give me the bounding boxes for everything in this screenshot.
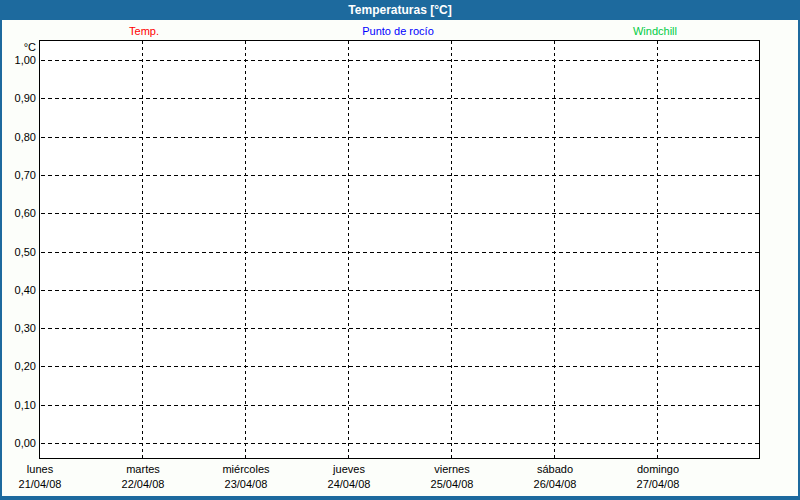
y-tick-label: 0,20	[0, 359, 36, 373]
grid-h-line	[41, 328, 760, 329]
x-date-label: 23/04/08	[191, 478, 301, 490]
y-tick-label: 0,10	[0, 398, 36, 412]
chart-layer: °C 0,000,100,200,300,400,500,600,700,800…	[0, 0, 800, 500]
grid-h-line	[41, 290, 760, 291]
x-day-label: lunes	[0, 463, 95, 475]
grid-v-line	[451, 41, 452, 458]
x-day-label: sábado	[500, 463, 610, 475]
y-tick-label: 0,90	[0, 91, 36, 105]
x-day-label: jueves	[294, 463, 404, 475]
y-tick-label: 0,30	[0, 321, 36, 335]
grid-h-line	[41, 405, 760, 406]
legend-item: Windchill	[633, 25, 677, 37]
y-tick-label: 0,80	[0, 130, 36, 144]
grid-h-line	[41, 175, 760, 176]
legend-item: Punto de rocío	[362, 25, 434, 37]
grid-h-line	[41, 443, 760, 444]
plot-area	[39, 40, 760, 459]
y-tick-label: 0,50	[0, 245, 36, 259]
x-date-label: 26/04/08	[500, 478, 610, 490]
x-date-label: 25/04/08	[397, 478, 507, 490]
grid-h-line	[41, 98, 760, 99]
grid-h-line	[41, 366, 760, 367]
grid-v-line	[348, 41, 349, 458]
x-date-label: 24/04/08	[294, 478, 404, 490]
grid-h-line	[41, 60, 760, 61]
grid-h-line	[41, 213, 760, 214]
x-day-label: domingo	[603, 463, 713, 475]
grid-h-line	[41, 252, 760, 253]
x-date-label: 21/04/08	[0, 478, 95, 490]
chart-window: Temperaturas [°C] °C 0,000,100,200,300,4…	[0, 0, 800, 500]
x-day-label: viernes	[397, 463, 507, 475]
legend-item: Temp.	[129, 25, 159, 37]
grid-v-line	[657, 41, 658, 458]
grid-h-line	[41, 137, 760, 138]
grid-v-line	[554, 41, 555, 458]
x-date-label: 27/04/08	[603, 478, 713, 490]
y-tick-label: 0,00	[0, 436, 36, 450]
x-date-label: 22/04/08	[88, 478, 198, 490]
y-tick-label: 1,00	[0, 53, 36, 67]
grid-v-line	[245, 41, 246, 458]
y-tick-label: 0,60	[0, 206, 36, 220]
x-day-label: martes	[88, 463, 198, 475]
grid-v-line	[142, 41, 143, 458]
x-day-label: miércoles	[191, 463, 301, 475]
y-axis-unit-label: °C	[0, 40, 36, 54]
y-tick-label: 0,40	[0, 283, 36, 297]
y-tick-label: 0,70	[0, 168, 36, 182]
